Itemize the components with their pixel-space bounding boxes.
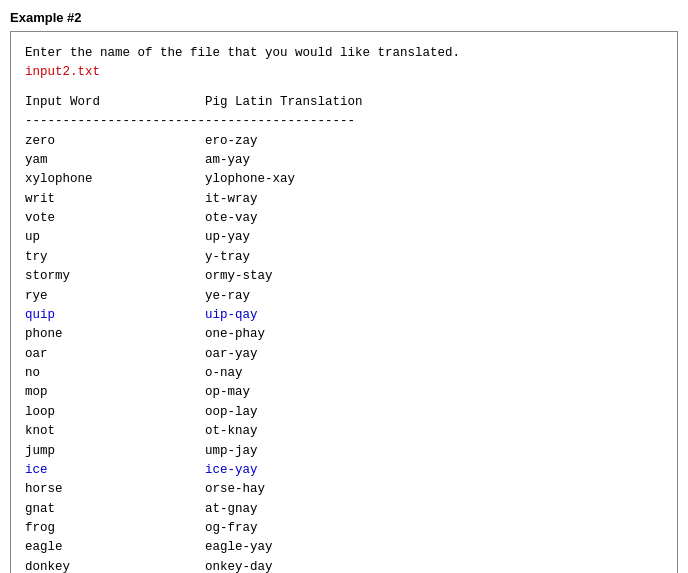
- prompt-line: Enter the name of the file that you woul…: [25, 44, 663, 63]
- table-row: voteote-vay: [25, 209, 663, 228]
- word-cell: zero: [25, 132, 205, 151]
- table-row: phoneone-phay: [25, 325, 663, 344]
- table-row: stormyormy-stay: [25, 267, 663, 286]
- table-row: writit-wray: [25, 190, 663, 209]
- table-row: donkeyonkey-day: [25, 558, 663, 573]
- translation-cell: ero-zay: [205, 132, 258, 151]
- word-cell: jump: [25, 442, 205, 461]
- table-row: zeroero-zay: [25, 132, 663, 151]
- word-cell: frog: [25, 519, 205, 538]
- table-row: frogog-fray: [25, 519, 663, 538]
- table-row: oaroar-yay: [25, 345, 663, 364]
- translation-cell: onkey-day: [205, 558, 273, 573]
- word-cell: eagle: [25, 538, 205, 557]
- translation-cell: one-phay: [205, 325, 265, 344]
- translation-cell: ote-vay: [205, 209, 258, 228]
- word-cell: phone: [25, 325, 205, 344]
- translation-cell: up-yay: [205, 228, 250, 247]
- translation-cell: ump-jay: [205, 442, 258, 461]
- translation-cell: op-may: [205, 383, 250, 402]
- translation-cell: y-tray: [205, 248, 250, 267]
- table-row: quipuip-qay: [25, 306, 663, 325]
- translation-cell: am-yay: [205, 151, 250, 170]
- table-row: iceice-yay: [25, 461, 663, 480]
- word-cell: quip: [25, 306, 205, 325]
- word-cell: loop: [25, 403, 205, 422]
- translation-cell: orse-hay: [205, 480, 265, 499]
- terminal-box: Enter the name of the file that you woul…: [10, 31, 678, 573]
- table-header: Input Word Pig Latin Translation: [25, 93, 663, 112]
- word-cell: donkey: [25, 558, 205, 573]
- word-cell: gnat: [25, 500, 205, 519]
- word-cell: up: [25, 228, 205, 247]
- word-cell: knot: [25, 422, 205, 441]
- table-row: upup-yay: [25, 228, 663, 247]
- table-row: yamam-yay: [25, 151, 663, 170]
- word-cell: no: [25, 364, 205, 383]
- table-row: knotot-knay: [25, 422, 663, 441]
- translation-cell: ice-yay: [205, 461, 258, 480]
- word-cell: stormy: [25, 267, 205, 286]
- translation-cell: ylophone-xay: [205, 170, 295, 189]
- table-row: eagleeagle-yay: [25, 538, 663, 557]
- translation-cell: eagle-yay: [205, 538, 273, 557]
- translation-cell: uip-qay: [205, 306, 258, 325]
- translation-cell: it-wray: [205, 190, 258, 209]
- translation-cell: ye-ray: [205, 287, 250, 306]
- translation-cell: oop-lay: [205, 403, 258, 422]
- word-cell: oar: [25, 345, 205, 364]
- table-row: noo-nay: [25, 364, 663, 383]
- table-row: mopop-may: [25, 383, 663, 402]
- table-row: horseorse-hay: [25, 480, 663, 499]
- example-label: Example #2: [10, 10, 678, 25]
- translation-cell: og-fray: [205, 519, 258, 538]
- word-cell: xylophone: [25, 170, 205, 189]
- translation-cell: o-nay: [205, 364, 243, 383]
- translation-cell: oar-yay: [205, 345, 258, 364]
- filename-line: input2.txt: [25, 63, 663, 82]
- table-row: tryy-tray: [25, 248, 663, 267]
- table-row: xylophoneylophone-xay: [25, 170, 663, 189]
- translation-cell: at-gnay: [205, 500, 258, 519]
- word-cell: writ: [25, 190, 205, 209]
- table-row: jumpump-jay: [25, 442, 663, 461]
- translation-cell: ot-knay: [205, 422, 258, 441]
- table-row: ryeye-ray: [25, 287, 663, 306]
- data-rows-container: zeroero-zayyamam-yayxylophoneylophone-xa…: [25, 132, 663, 574]
- word-cell: horse: [25, 480, 205, 499]
- word-cell: ice: [25, 461, 205, 480]
- word-cell: try: [25, 248, 205, 267]
- divider: ----------------------------------------…: [25, 112, 663, 131]
- word-cell: mop: [25, 383, 205, 402]
- header-word: Input Word: [25, 93, 205, 112]
- word-cell: yam: [25, 151, 205, 170]
- header-translation: Pig Latin Translation: [205, 93, 363, 112]
- table-row: gnatat-gnay: [25, 500, 663, 519]
- word-cell: vote: [25, 209, 205, 228]
- word-cell: rye: [25, 287, 205, 306]
- table-row: loopoop-lay: [25, 403, 663, 422]
- translation-cell: ormy-stay: [205, 267, 273, 286]
